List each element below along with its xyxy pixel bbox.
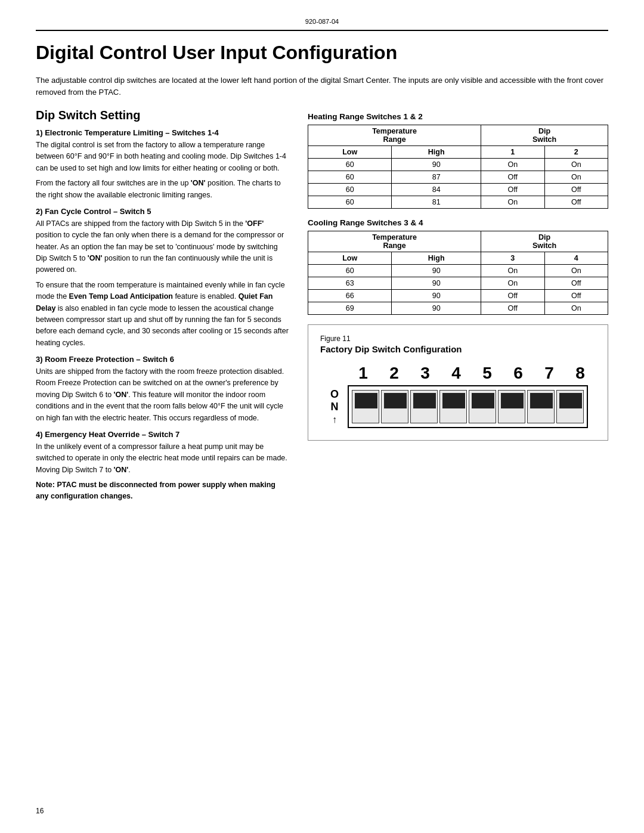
subsection-1: 1) Electronic Temperature Limiting – Swi… <box>36 128 290 201</box>
figure-label: Figure 11 <box>320 335 596 343</box>
subsection-title-4: 4) Emergency Heat Override – Switch 7 <box>36 430 290 439</box>
low-val: 60 <box>308 184 392 196</box>
sw2-val: On <box>544 159 608 171</box>
switch-number: 5 <box>472 364 503 383</box>
switch-unit-8 <box>556 390 584 423</box>
subsection-2: 2) Fan Cycle Control – Switch 5 All PTAC… <box>36 207 290 349</box>
on-label: O N ↑ <box>325 388 344 425</box>
sw2-val: Off <box>544 196 608 209</box>
high-val: 84 <box>392 184 481 196</box>
low-val: 60 <box>308 171 392 184</box>
switch-number: 3 <box>410 364 441 383</box>
table-row: 6390OnOff <box>308 277 608 290</box>
page-number: 16 <box>36 807 44 815</box>
sw2-val: On <box>544 171 608 184</box>
dip-switch-header-heating: DipSwitch <box>481 125 608 146</box>
on-n: N <box>331 401 339 413</box>
switch-toggle-7 <box>530 393 553 408</box>
switch-toggle-2 <box>384 393 407 408</box>
figure-box: Figure 11 Factory Dip Switch Configurati… <box>308 324 608 441</box>
switch-toggle-8 <box>559 393 582 408</box>
section-title: Dip Switch Setting <box>36 109 290 122</box>
table-row: 6081OnOff <box>308 196 608 209</box>
subsection-title-3: 3) Room Freeze Protection – Switch 6 <box>36 355 290 364</box>
right-column: Heating Range Switches 1 & 2 Temperature… <box>308 109 608 441</box>
switch-unit-5 <box>469 390 496 423</box>
switch-number: 7 <box>534 364 565 383</box>
high-header: High <box>392 146 481 159</box>
switch-toggle-1 <box>355 393 377 408</box>
switch-number: 4 <box>441 364 472 383</box>
low-val: 60 <box>308 265 392 277</box>
high-val: 90 <box>392 159 481 171</box>
switch-numbers: 12345678 <box>348 364 596 383</box>
switch-unit-4 <box>439 390 467 423</box>
sw1-val: On <box>481 196 544 209</box>
dip-switch-diagram: 12345678 O N ↑ <box>325 364 596 428</box>
intro-text: The adjustable control dip switches are … <box>36 75 608 98</box>
switch-unit-1 <box>352 390 379 423</box>
sw4-val: Off <box>544 277 608 290</box>
high-val: 90 <box>392 302 481 315</box>
page: 920-087-04 Digital Control User Input Co… <box>0 0 644 833</box>
sw3-val: Off <box>481 290 544 302</box>
figure-title: Factory Dip Switch Configuration <box>320 344 596 354</box>
cooling-range-table: TemperatureRange DipSwitch Low High 3 4 … <box>308 231 608 315</box>
sub4-para1: In the unlikely event of a compressor fa… <box>36 441 290 476</box>
switch-unit-6 <box>498 390 525 423</box>
switch-unit-7 <box>527 390 555 423</box>
sw4-val: On <box>544 265 608 277</box>
sw1-val: On <box>481 159 544 171</box>
sub2-para2: To ensure that the room temperature is m… <box>36 280 290 349</box>
cooling-section-title: Cooling Range Switches 3 & 4 <box>308 218 608 227</box>
high-header-c: High <box>392 252 481 265</box>
switch-body <box>348 385 588 428</box>
low-val: 63 <box>308 277 392 290</box>
switch-unit-2 <box>381 390 408 423</box>
switch-number: 6 <box>503 364 534 383</box>
switch-toggle-4 <box>442 393 465 408</box>
switch-toggle-5 <box>472 393 494 408</box>
high-val: 90 <box>392 277 481 290</box>
left-column: Dip Switch Setting 1) Electronic Tempera… <box>36 109 290 506</box>
table-row: 6087OffOn <box>308 171 608 184</box>
switch-unit-3 <box>410 390 438 423</box>
doc-number: 920-087-04 <box>36 18 608 31</box>
low-val: 69 <box>308 302 392 315</box>
high-val: 87 <box>392 171 481 184</box>
low-val: 60 <box>308 159 392 171</box>
subsection-3: 3) Room Freeze Protection – Switch 6 Uni… <box>36 355 290 424</box>
sw2-val: Off <box>544 184 608 196</box>
subsection-4: 4) Emergency Heat Override – Switch 7 In… <box>36 430 290 476</box>
switch-toggle-3 <box>413 393 436 408</box>
two-column-layout: Dip Switch Setting 1) Electronic Tempera… <box>36 109 608 506</box>
low-val: 60 <box>308 196 392 209</box>
arrow-icon: ↑ <box>332 414 337 425</box>
table-row: 6090OnOn <box>308 265 608 277</box>
heating-section-title: Heating Range Switches 1 & 2 <box>308 112 608 121</box>
sub2-para1: All PTACs are shipped from the factory w… <box>36 218 290 276</box>
note-text: Note: PTAC must be disconnected from pow… <box>36 479 290 503</box>
sw1-val: Off <box>481 171 544 184</box>
sw4-header: 4 <box>544 252 608 265</box>
sw3-val: On <box>481 277 544 290</box>
switch-number: 2 <box>379 364 410 383</box>
sw2-header: 2 <box>544 146 608 159</box>
switch-number: 8 <box>565 364 596 383</box>
sw3-val: On <box>481 265 544 277</box>
page-title: Digital Control User Input Configuration <box>36 42 608 64</box>
temp-range-header: TemperatureRange <box>308 125 481 146</box>
sw4-val: On <box>544 302 608 315</box>
sw1-val: Off <box>481 184 544 196</box>
heating-range-table: TemperatureRange DipSwitch Low High 1 2 … <box>308 125 608 209</box>
high-val: 90 <box>392 290 481 302</box>
sw1-header: 1 <box>481 146 544 159</box>
table-row: 6084OffOff <box>308 184 608 196</box>
sw3-header: 3 <box>481 252 544 265</box>
sub1-para1: The digital control is set from the fact… <box>36 140 290 174</box>
on-o: O <box>330 388 339 401</box>
sub1-para2: From the factory all four switches are i… <box>36 178 290 201</box>
switch-row: O N ↑ <box>325 385 588 428</box>
sw4-val: Off <box>544 290 608 302</box>
subsection-title-2: 2) Fan Cycle Control – Switch 5 <box>36 207 290 216</box>
